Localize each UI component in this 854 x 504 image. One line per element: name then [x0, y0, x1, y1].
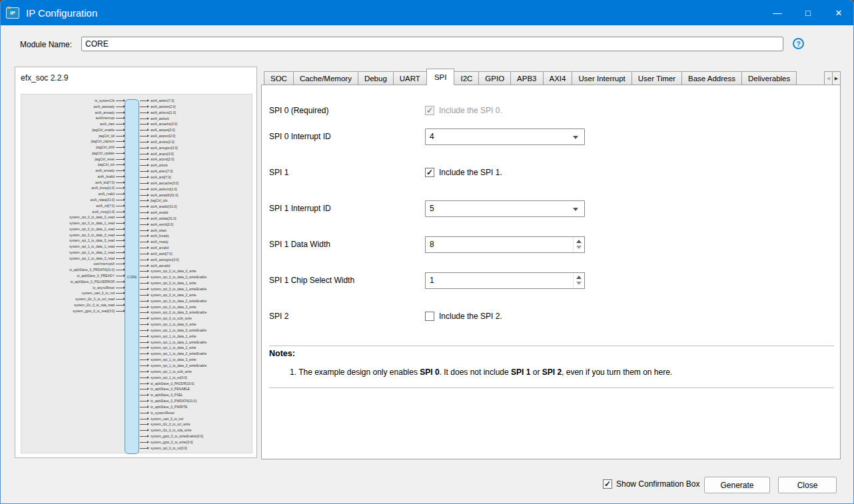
tab[interactable]: UART: [393, 71, 427, 85]
signal-arrow: [116, 223, 125, 224]
spi1-interrupt-dropdown[interactable]: 5: [425, 200, 585, 217]
output-signal-list: axiA_awlen[7:0] axiA_awsize[2:0] axiA_ar…: [140, 99, 253, 450]
output-signal-row: system_spi_0_io_data_3_write: [140, 306, 253, 309]
signal-arrow: [140, 171, 149, 172]
spinner-down-icon[interactable]: [576, 282, 582, 285]
signal-arrow: [116, 176, 125, 177]
signal-label: axiA_rdata[31:0]: [91, 198, 115, 202]
signal-arrow: [140, 395, 149, 395]
tab[interactable]: SPI: [426, 69, 455, 85]
tab[interactable]: AXI4: [543, 71, 573, 85]
signal-label: axiA_arvalid: [151, 246, 169, 250]
signal-label: system_spi_1_io_data_2_writeEnable: [151, 352, 207, 356]
signal-label: axiA_wdata[31:0]: [151, 217, 176, 220]
spi1-chip-select-spinner[interactable]: 1: [425, 272, 585, 289]
tab[interactable]: APB3: [510, 71, 543, 85]
tab[interactable]: Base Address: [681, 71, 742, 85]
spinner-arrows[interactable]: [573, 237, 584, 252]
signal-label: system_spi_1_io_data_0_writeEnable: [151, 329, 207, 332]
spi2-include-checkbox[interactable]: [425, 312, 434, 321]
tab[interactable]: Debug: [358, 71, 394, 85]
spinner-down-icon[interactable]: [576, 246, 582, 249]
spi2-include-text: Include the SPI 2.: [439, 312, 502, 321]
module-name-input[interactable]: [81, 37, 783, 51]
spi1-chip-select-row: SPI 1 Chip Select Width 1: [269, 272, 585, 289]
tab[interactable]: Deliverables: [741, 71, 797, 85]
help-icon[interactable]: ?: [793, 38, 804, 49]
show-confirmation-checkbox[interactable]: ✓: [603, 479, 612, 489]
spi1-data-width-spinner[interactable]: 8: [425, 236, 585, 253]
signal-label: axiA_wstrb[3:0]: [151, 223, 173, 226]
output-signal-row: axiA_awid[7:0]: [140, 252, 253, 256]
signal-arrow: [140, 242, 149, 242]
spi1-chip-select-value: 1: [430, 276, 434, 285]
signal-label: system_spi_0_io_data_2_writeEnable: [151, 300, 207, 303]
output-signal-row: axiA_wstrb[3:0]: [140, 223, 253, 226]
spinner-up-icon[interactable]: [576, 276, 582, 279]
close-button[interactable]: Close: [778, 477, 837, 493]
signal-arrow: [140, 136, 149, 136]
close-window-button[interactable]: ✕: [823, 0, 854, 25]
spi1-interrupt-row: SPI 1 Interrupt ID 5: [269, 200, 585, 217]
signal-label: axiA_awlock: [151, 117, 169, 121]
signal-label: axiA_arsize[2:0]: [151, 140, 175, 144]
tab-label: UART: [400, 75, 420, 83]
signal-arrow: [140, 159, 149, 160]
signal-arrow: [140, 177, 149, 178]
ip-version-label: efx_soc 2.2.9: [21, 73, 68, 83]
spi0-interrupt-label: SPI 0 Interrupt ID: [269, 132, 425, 141]
input-signal-row: io_apbSlave_0_PSLVERROR: [21, 280, 125, 284]
spi1-include-checkbox[interactable]: ✓: [425, 168, 434, 177]
signal-label: system_uart_0_io_rxd: [82, 292, 115, 295]
spi0-include-checkbox[interactable]: ✓: [425, 106, 434, 115]
minimize-button[interactable]: —: [762, 0, 793, 25]
ip-configuration-window: IP IP Configuration — □ ✕ Module Name: ?…: [0, 0, 854, 504]
tab[interactable]: User Timer: [632, 71, 682, 85]
signal-arrow: [116, 107, 125, 107]
spinner-up-icon[interactable]: [576, 240, 582, 243]
signal-label: system_i2c_0_io_sda_write: [151, 429, 191, 432]
tab-scroll-right-button[interactable]: ▶: [832, 71, 841, 85]
signal-arrow: [116, 200, 125, 200]
spi1-include-text: Include the SPI 1.: [439, 168, 502, 177]
tab-label: SOC: [270, 75, 287, 83]
input-signal-row: axiA_bvalid: [21, 175, 125, 178]
output-signal-row: axiA_bready: [140, 234, 253, 238]
signal-arrow: [116, 164, 125, 165]
signal-arrow: [140, 430, 149, 431]
generate-button[interactable]: Generate: [704, 477, 770, 493]
signal-arrow: [140, 283, 149, 284]
core-block: CORE: [125, 99, 139, 454]
tab-scroll-buttons: ◀ ▶: [825, 71, 841, 85]
signal-label: io_apbSlave_0_PENABLE: [151, 387, 190, 391]
signal-arrow: [140, 419, 149, 419]
output-signal-row: system_spi_1_io_data_0_writeEnable: [140, 329, 253, 332]
tab-label: Debug: [364, 75, 387, 83]
output-signal-row: axiA_arid[7:0]: [140, 176, 253, 179]
tab[interactable]: GPIO: [478, 71, 511, 85]
output-signal-row: axiA_awvalid: [140, 264, 253, 268]
signal-label: io_asyncReset: [93, 286, 115, 290]
app-icon: IP: [6, 7, 19, 19]
tab[interactable]: SOC: [264, 71, 294, 85]
signal-label: axiA_rresp[1:0]: [92, 210, 115, 214]
signal-label: axiA_awaddr[31:0]: [151, 194, 178, 197]
tab-label: User Interrupt: [578, 75, 625, 83]
spi0-interrupt-dropdown[interactable]: 4: [425, 128, 585, 145]
tab[interactable]: User Interrupt: [572, 71, 632, 85]
signal-label: jtagCtrl_enable: [92, 128, 115, 132]
signal-arrow: [140, 212, 149, 213]
input-signal-row: jtagCtrl_update: [21, 152, 125, 155]
spinner-arrows[interactable]: [573, 273, 584, 288]
tab[interactable]: Cache/Memory: [293, 71, 358, 85]
signal-label: axiA_bready: [151, 234, 169, 238]
signal-label: system_spi_1_io_data_2_write: [151, 346, 197, 350]
signal-label: axiAInterrupt: [96, 117, 115, 120]
maximize-button[interactable]: □: [793, 0, 823, 25]
signal-arrow: [116, 282, 125, 282]
input-signal-row: userInterruptA: [21, 262, 125, 266]
input-signal-row: system_spi_1_io_data_0_read: [21, 239, 125, 242]
input-signal-row: system_spi_0_io_data_3_read: [21, 234, 125, 237]
output-signal-row: jtagCtrl_tdo: [140, 199, 253, 202]
tab[interactable]: I2C: [454, 71, 479, 85]
